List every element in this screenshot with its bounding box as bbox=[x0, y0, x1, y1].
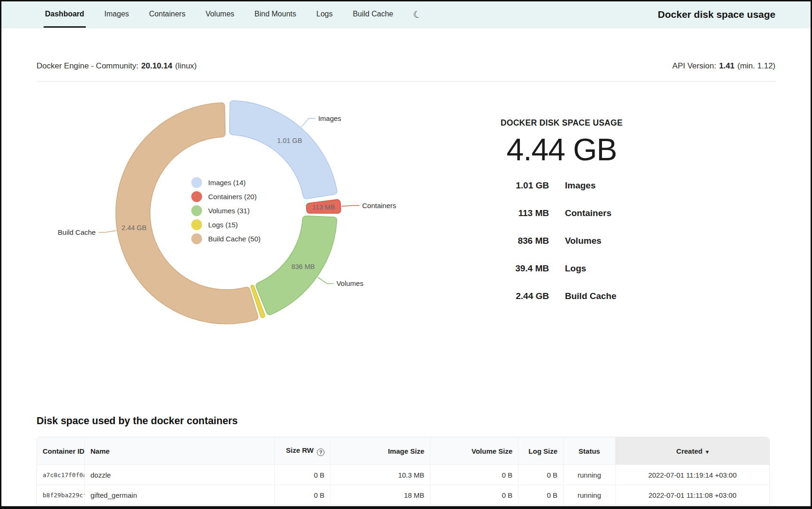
col-header-label: Size RW bbox=[286, 446, 314, 454]
cell-size-rw: 0 B bbox=[274, 464, 330, 485]
legend-item-logs[interactable]: Logs (15) bbox=[191, 217, 261, 232]
cell-created: 2022-07-01 11:11:08 +03:00 bbox=[615, 485, 769, 505]
col-header-name[interactable]: Name bbox=[84, 437, 274, 464]
legend-item-images[interactable]: Images (14) bbox=[191, 175, 261, 189]
col-header-volume-size[interactable]: Volume Size bbox=[430, 437, 518, 464]
col-header-label: Status bbox=[579, 447, 600, 455]
summary-label-volumes: Volumes bbox=[565, 236, 635, 246]
cell-volume-size: 0 B bbox=[430, 485, 518, 505]
tab-dashboard[interactable]: Dashboard bbox=[44, 1, 86, 28]
legend-dot-volumes bbox=[191, 205, 202, 216]
cell-status: running bbox=[563, 485, 615, 505]
cell-container-id: b8f29ba229cf bbox=[37, 485, 84, 505]
app-title: Docker disk space usage bbox=[658, 9, 775, 20]
legend-dot-images bbox=[191, 177, 202, 188]
legend-dot-logs bbox=[191, 219, 202, 230]
donut-chart-area: 1.01 GBImages113 MBContainers836 MBVolum… bbox=[37, 82, 470, 368]
chart-legend: Images (14)Containers (20)Volumes (31)Lo… bbox=[191, 175, 261, 246]
col-header-status[interactable]: Status bbox=[563, 437, 615, 464]
cell-name: gifted_germain bbox=[84, 485, 274, 505]
slice-callout-line-containers bbox=[342, 206, 360, 206]
legend-label-logs: Logs (15) bbox=[208, 221, 238, 229]
slice-value-containers: 113 MB bbox=[312, 203, 335, 211]
slice-callout-line-volumes bbox=[318, 277, 334, 284]
legend-label-images: Images (14) bbox=[208, 179, 246, 187]
slice-callout-label-build-cache: Build Cache bbox=[58, 228, 96, 236]
sort-desc-icon: ▾ bbox=[706, 449, 708, 455]
cell-log-size: 0 B bbox=[518, 464, 563, 485]
summary-value-build-cache: 2.44 GB bbox=[488, 291, 549, 301]
usage-stats-list: 1.01 GBImages113 MBContainers836 MBVolum… bbox=[488, 180, 635, 301]
col-header-image-size[interactable]: Image Size bbox=[330, 437, 430, 464]
api-version-text: API Version:1.41(min. 1.12) bbox=[672, 61, 775, 71]
col-header-label: Image Size bbox=[388, 447, 424, 455]
table-row: b8f29ba229cfgifted_germain0 B18 MB0 B0 B… bbox=[37, 485, 769, 505]
summary-value-volumes: 836 MB bbox=[488, 236, 549, 246]
cell-size-rw: 0 B bbox=[274, 485, 330, 505]
col-header-label: Created bbox=[677, 447, 703, 455]
slice-callout-label-volumes: Volumes bbox=[337, 279, 364, 287]
summary-label-containers: Containers bbox=[565, 208, 635, 218]
engine-version-text: Docker Engine - Community:20.10.14(linux… bbox=[37, 61, 197, 71]
cell-created: 2022-07-01 11:19:14 +03:00 bbox=[615, 464, 769, 485]
cell-status: running bbox=[563, 464, 615, 485]
summary-label-build-cache: Build Cache bbox=[565, 291, 635, 301]
summary-value-logs: 39.4 MB bbox=[488, 263, 549, 274]
tab-build-cache[interactable]: Build Cache bbox=[351, 1, 394, 28]
engine-info-row: Docker Engine - Community:20.10.14(linux… bbox=[37, 28, 775, 71]
containers-table: Container IDNameSize RW?Image SizeVolume… bbox=[37, 437, 770, 505]
top-nav: DashboardImagesContainersVolumesBind Mou… bbox=[1, 1, 811, 28]
cell-image-size: 18 MB bbox=[330, 485, 430, 505]
tab-volumes[interactable]: Volumes bbox=[204, 1, 235, 28]
cell-log-size: 0 B bbox=[518, 485, 563, 505]
slice-value-build-cache: 2.44 GB bbox=[121, 224, 146, 232]
help-icon[interactable]: ? bbox=[317, 449, 324, 456]
legend-label-volumes: Volumes (31) bbox=[208, 207, 249, 215]
cell-container-id: a7c8c17f0f0a bbox=[37, 464, 84, 485]
legend-dot-containers bbox=[191, 191, 202, 202]
legend-item-build-cache[interactable]: Build Cache (50) bbox=[191, 232, 261, 246]
cell-image-size: 10.3 MB bbox=[330, 464, 430, 485]
legend-dot-build-cache bbox=[191, 233, 202, 244]
col-header-size-rw[interactable]: Size RW? bbox=[274, 437, 330, 464]
col-header-label: Name bbox=[90, 447, 110, 455]
table-header-row: Container IDNameSize RW?Image SizeVolume… bbox=[37, 437, 769, 464]
tab-logs[interactable]: Logs bbox=[315, 1, 334, 28]
table-row: a7c8c17f0f0adozzle0 B10.3 MB0 B0 Brunnin… bbox=[37, 464, 769, 485]
cell-name: dozzle bbox=[84, 464, 274, 485]
total-disk-usage: 4.44 GB bbox=[470, 132, 653, 167]
col-header-label: Log Size bbox=[528, 447, 557, 455]
tab-bind-mounts[interactable]: Bind Mounts bbox=[253, 1, 298, 28]
disk-usage-section: 1.01 GBImages113 MBContainers836 MBVolum… bbox=[37, 82, 775, 368]
cell-volume-size: 0 B bbox=[430, 464, 518, 485]
tab-containers[interactable]: Containers bbox=[148, 1, 187, 28]
slice-callout-line-build-cache bbox=[98, 231, 116, 232]
summary-label-images: Images bbox=[565, 180, 635, 191]
summary-value-images: 1.01 GB bbox=[488, 180, 549, 191]
docker-disk-usage-page: { "nav": { "tabs": [ {"label": "Dashboar… bbox=[0, 0, 812, 509]
col-header-label: Container ID bbox=[43, 447, 84, 455]
slice-value-volumes: 836 MB bbox=[291, 263, 315, 270]
summary-value-containers: 113 MB bbox=[488, 208, 549, 218]
summary-label-logs: Logs bbox=[565, 263, 635, 274]
legend-item-volumes[interactable]: Volumes (31) bbox=[191, 203, 261, 217]
legend-item-containers[interactable]: Containers (20) bbox=[191, 189, 261, 203]
slice-callout-label-images: Images bbox=[318, 114, 341, 122]
col-header-label: Volume Size bbox=[472, 447, 512, 455]
col-header-container-id[interactable]: Container ID bbox=[37, 437, 84, 464]
tab-images[interactable]: Images bbox=[103, 1, 130, 28]
containers-table-heading: Disk space used by the docker containers bbox=[37, 415, 775, 427]
legend-label-build-cache: Build Cache (50) bbox=[208, 235, 261, 243]
slice-callout-line-images bbox=[301, 119, 316, 127]
disk-usage-summary: DOCKER DISK SPACE USAGE 4.44 GB 1.01 GBI… bbox=[470, 82, 653, 368]
theme-toggle-button[interactable]: ☾ bbox=[413, 1, 421, 28]
legend-label-containers: Containers (20) bbox=[208, 193, 256, 201]
col-header-log-size[interactable]: Log Size bbox=[518, 437, 563, 464]
slice-value-images: 1.01 GB bbox=[277, 137, 302, 144]
moon-icon: ☾ bbox=[412, 8, 422, 21]
col-header-created[interactable]: Created▾ bbox=[615, 437, 769, 464]
slice-callout-label-containers: Containers bbox=[362, 202, 396, 210]
summary-title: DOCKER DISK SPACE USAGE bbox=[470, 118, 653, 128]
